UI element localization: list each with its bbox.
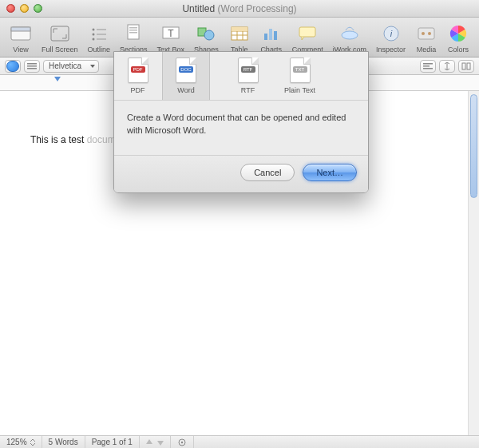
cancel-label: Cancel (254, 168, 281, 177)
outline-button[interactable]: Outline (83, 23, 116, 54)
tab-word-label: Word (177, 86, 194, 94)
export-format-tabs: PDF PDF DOC Word RTF RTF TXT Plain Text (114, 52, 368, 100)
cancel-button[interactable]: Cancel (240, 164, 295, 181)
minimize-icon[interactable] (20, 4, 29, 13)
charts-button[interactable]: Charts (255, 23, 287, 54)
status-bar: 125% 5 Words Page 1 of 1 (0, 435, 479, 448)
svg-point-7 (92, 38, 94, 40)
svg-point-16 (204, 30, 214, 40)
tab-pdf-label: PDF (131, 86, 145, 94)
svg-point-23 (342, 31, 358, 39)
svg-rect-20 (269, 29, 272, 40)
spacing-button[interactable] (439, 60, 455, 73)
align-icon (423, 62, 433, 70)
svg-rect-10 (129, 27, 137, 29)
export-buttons: Cancel Next… (114, 156, 368, 192)
body-visible: This is a test (30, 134, 87, 145)
full-screen-icon (49, 23, 71, 44)
colors-button[interactable]: Colors (442, 23, 474, 54)
media-icon (415, 23, 437, 44)
columns-button[interactable] (458, 60, 474, 73)
window-title: Untitled (Word Processing) (0, 3, 479, 14)
list-style-button[interactable] (24, 60, 40, 73)
next-page-icon[interactable] (157, 439, 164, 446)
fonts-button[interactable]: A Fonts (474, 23, 479, 54)
pdf-file-icon: PDF (128, 57, 148, 83)
svg-rect-22 (299, 27, 315, 37)
gear-icon (177, 438, 187, 447)
next-button[interactable]: Next… (303, 164, 357, 181)
tab-pdf[interactable]: PDF PDF (114, 52, 162, 100)
svg-rect-1 (11, 27, 30, 31)
sections-button[interactable]: Sections (115, 23, 152, 54)
vertical-scrollbar[interactable] (468, 91, 479, 435)
svg-rect-37 (467, 63, 470, 69)
comment-button[interactable]: Comment (287, 23, 328, 54)
indent-marker-icon[interactable] (54, 77, 61, 81)
shapes-button[interactable]: Shapes (189, 23, 224, 54)
word-count[interactable]: 5 Words (42, 436, 85, 448)
svg-text:T: T (168, 28, 174, 39)
svg-rect-34 (423, 65, 430, 67)
sections-icon (122, 23, 144, 44)
inspector-label: Inspector (376, 46, 406, 54)
svg-rect-12 (129, 32, 137, 34)
svg-rect-19 (264, 34, 267, 40)
tab-word[interactable]: DOC Word (162, 52, 210, 100)
svg-rect-35 (423, 68, 433, 69)
svg-rect-33 (423, 63, 433, 65)
action-menu[interactable] (171, 436, 194, 448)
view-icon (10, 23, 32, 44)
traffic-lights (6, 4, 42, 13)
svg-rect-4 (97, 29, 106, 30)
word-file-icon: DOC (176, 57, 196, 83)
page-indicator[interactable]: Page 1 of 1 (85, 436, 140, 448)
prev-page-icon[interactable] (146, 439, 152, 446)
navigator-buttons[interactable] (140, 436, 171, 448)
outline-icon (88, 23, 110, 44)
view-label: View (13, 46, 28, 54)
svg-rect-18 (232, 27, 247, 31)
close-icon[interactable] (6, 4, 15, 13)
font-family-value: Helvetica (49, 61, 81, 70)
scrollbar-thumb[interactable] (470, 94, 477, 198)
svg-rect-21 (274, 31, 277, 40)
svg-point-3 (92, 28, 94, 30)
title-muted: (Word Processing) (217, 3, 296, 14)
svg-point-27 (422, 32, 425, 35)
title-main: Untitled (182, 3, 215, 14)
paragraph-style-button[interactable] (5, 60, 21, 73)
charts-icon (260, 23, 283, 44)
svg-rect-11 (129, 30, 137, 31)
svg-point-28 (428, 32, 431, 35)
list-icon (27, 62, 37, 70)
zoom-control[interactable]: 125% (0, 436, 42, 448)
inspector-button[interactable]: i Inspector (371, 23, 410, 54)
text-box-button[interactable]: T Text Box (152, 23, 190, 54)
tab-rtf[interactable]: RTF RTF (224, 52, 272, 100)
txt-file-icon: TXT (290, 57, 311, 83)
tab-plain-text[interactable]: TXT Plain Text (272, 52, 328, 100)
media-button[interactable]: Media (410, 23, 442, 54)
svg-point-39 (181, 441, 183, 442)
colors-icon (447, 23, 469, 44)
shapes-icon (195, 23, 217, 44)
alignment-button[interactable] (420, 60, 436, 73)
font-family-select[interactable]: Helvetica (43, 60, 99, 73)
comment-icon (296, 23, 319, 44)
spacing-icon (442, 62, 452, 70)
table-button[interactable]: Table (224, 23, 255, 54)
view-button[interactable]: View (5, 23, 37, 54)
iwork-icon (338, 23, 361, 44)
svg-rect-36 (462, 63, 465, 69)
svg-rect-6 (97, 34, 106, 35)
full-screen-button[interactable]: Full Screen (37, 23, 83, 54)
zoom-icon[interactable] (34, 4, 42, 13)
iwork-button[interactable]: iWork.com (328, 23, 371, 54)
tab-plain-text-label: Plain Text (284, 86, 315, 94)
media-label: Media (417, 46, 437, 54)
svg-rect-8 (97, 38, 106, 40)
word-count-value: 5 Words (49, 438, 78, 446)
columns-icon (461, 62, 471, 70)
text-box-icon: T (160, 23, 182, 44)
